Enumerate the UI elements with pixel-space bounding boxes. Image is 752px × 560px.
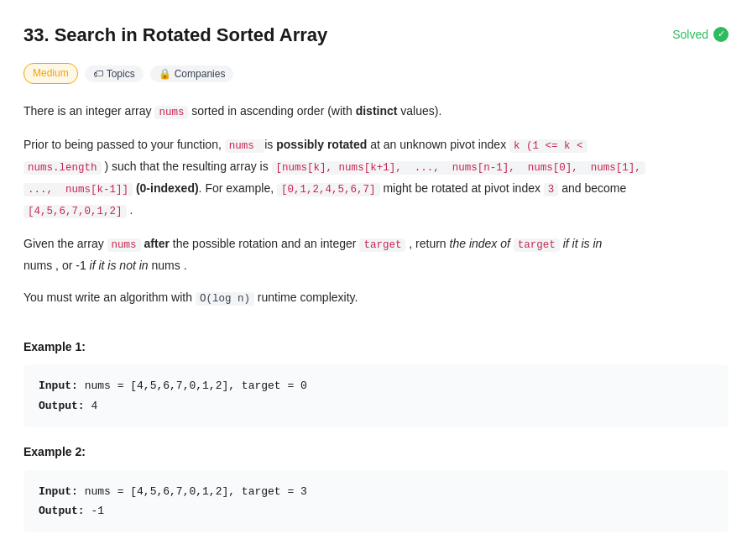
runtime-suffix-text: runtime complexity.	[258, 290, 358, 304]
example-1-block: Input: nums = [4,5,6,7,0,1,2], target = …	[24, 364, 728, 427]
input-value-2: nums = [4,5,6,7,0,1,2], target = 3	[85, 485, 307, 498]
para1-text2: sorted in ascending order (with	[191, 104, 352, 118]
nums-text-inline: nums , or -1	[24, 259, 90, 272]
example-2: Example 2: Input: nums = [4,5,6,7,0,1,2]…	[24, 442, 728, 532]
target-code-2: target	[514, 238, 560, 252]
distinct-bold: distinct	[356, 104, 398, 118]
runtime-code: O(log n)	[196, 292, 254, 306]
para3-text1: Given the array	[24, 237, 107, 250]
k-code: k (1 <= k <	[509, 139, 588, 153]
para2-resulting: ) such that the resulting array is	[104, 160, 271, 173]
input-value-1: nums = [4,5,6,7,0,1,2], target = 0	[85, 379, 307, 392]
example-2-title: Example 2:	[24, 442, 728, 461]
example-2-block: Input: nums = [4,5,6,7,0,1,2], target = …	[24, 470, 728, 533]
nums-length-code: nums.length	[24, 161, 102, 175]
para1-text1: There is an integer array	[24, 104, 152, 118]
example-2-input: Input: nums = [4,5,6,7,0,1,2], target = …	[39, 482, 713, 501]
nums-code-2: nums	[225, 139, 265, 153]
target-code-1: target	[359, 238, 405, 252]
problem-title: 33. Search in Rotated Sorted Array	[24, 20, 327, 50]
para2-text2: is possibly rotated at an unknown pivot …	[264, 138, 509, 151]
output-value-1: 4	[91, 400, 97, 412]
tags-row: Medium 🏷 Topics 🔒 Companies	[24, 63, 728, 84]
zero-indexed-bold: (0-indexed). For example,	[136, 181, 277, 195]
array-expr-code: [nums[k], nums[k+1], ..., nums[n-1], num…	[272, 161, 645, 175]
output-label-1: Output:	[39, 400, 85, 412]
example-2-output: Output: -1	[39, 501, 713, 521]
para4-text: You must write an algorithm with	[24, 290, 192, 304]
para3-return: , return the index of	[409, 237, 514, 250]
might-text: might be rotated at pivot index	[383, 181, 543, 195]
paragraph-1: There is an integer array nums sorted in…	[24, 101, 728, 123]
solved-check-icon: ✓	[713, 27, 728, 42]
and-become-text: and become	[561, 181, 626, 195]
result-array-code: [4,5,6,7,0,1,2]	[24, 205, 127, 218]
example-1-output: Output: 4	[39, 396, 713, 416]
if-not-text: if it is not in	[90, 259, 149, 272]
paragraph-3: Given the array nums after the possible …	[24, 233, 728, 275]
difficulty-tag[interactable]: Medium	[24, 63, 78, 84]
problem-description: There is an integer array nums sorted in…	[24, 101, 728, 309]
para3-if-in: if it is in	[563, 237, 603, 250]
nums-code-3: nums	[107, 238, 141, 252]
bookmark-icon: 🏷	[93, 68, 103, 80]
example-array-code: [0,1,2,4,5,6,7]	[277, 183, 380, 196]
paragraph-4: You must write an algorithm with O(log n…	[24, 287, 728, 309]
pivot-code: 3	[544, 183, 559, 196]
paragraph-2: Prior to being passed to your function, …	[24, 134, 728, 222]
para1-text3: values).	[400, 104, 441, 118]
period-text: .	[129, 203, 133, 217]
para3-after: after the possible rotation and an integ…	[144, 237, 360, 250]
input-label-1: Input:	[39, 379, 78, 392]
example-1-title: Example 1:	[24, 338, 728, 356]
array-expr-code2: ..., nums[k-1]]	[24, 183, 133, 196]
example-1: Example 1: Input: nums = [4,5,6,7,0,1,2]…	[24, 338, 728, 427]
nums-end: nums .	[152, 259, 187, 272]
topics-button[interactable]: 🏷 Topics	[85, 65, 144, 82]
lock-icon: 🔒	[159, 68, 171, 80]
input-label-2: Input:	[39, 485, 78, 498]
solved-badge: Solved ✓	[672, 25, 728, 44]
examples-section: Example 1: Input: nums = [4,5,6,7,0,1,2]…	[24, 338, 728, 532]
header: 33. Search in Rotated Sorted Array Solve…	[24, 20, 728, 50]
output-label-2: Output:	[39, 505, 85, 517]
example-1-input: Input: nums = [4,5,6,7,0,1,2], target = …	[39, 376, 713, 395]
solved-label: Solved	[672, 25, 708, 44]
companies-button[interactable]: 🔒 Companies	[150, 65, 234, 82]
nums-code-1: nums	[154, 106, 188, 119]
para2-text1: Prior to being passed to your function,	[24, 138, 222, 151]
output-value-2: -1	[91, 505, 104, 517]
